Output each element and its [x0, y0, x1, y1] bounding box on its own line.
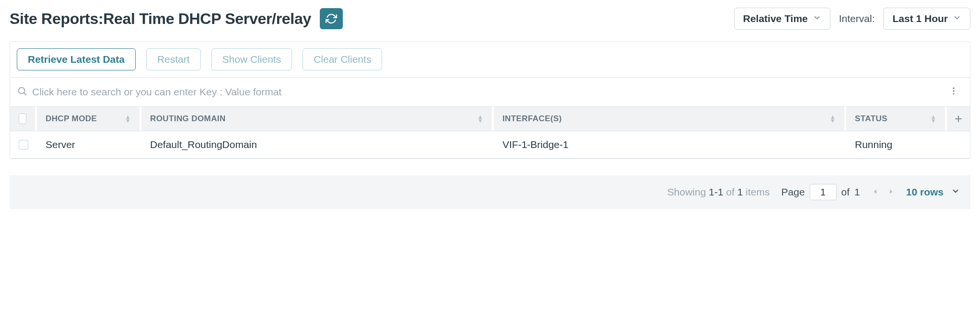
- refresh-icon: [326, 13, 337, 24]
- interval-dropdown[interactable]: Last 1 Hour: [883, 8, 970, 30]
- search-icon: [17, 86, 27, 98]
- show-clients-button[interactable]: Show Clients: [211, 48, 292, 70]
- row-checkbox[interactable]: [19, 140, 28, 149]
- chevron-down-icon: [951, 186, 960, 198]
- restart-button[interactable]: Restart: [146, 48, 201, 70]
- sort-icon: ▲▼: [830, 115, 836, 123]
- items-label: items: [746, 186, 770, 197]
- table-row[interactable]: Server Default_RoutingDomain VIF-1-Bridg…: [10, 131, 970, 159]
- showing-range: 1-1: [709, 186, 723, 197]
- showing-prefix: Showing: [667, 186, 706, 197]
- column-header-status[interactable]: STATUS ▲▼: [846, 107, 947, 131]
- interval-label: Interval:: [839, 13, 875, 24]
- chevron-down-icon: [953, 13, 961, 24]
- column-header-domain[interactable]: ROUTING DOMAIN ▲▼: [141, 107, 494, 131]
- page-title: Site Reports:Real Time DHCP Server/relay: [10, 10, 311, 28]
- of-label: of: [726, 186, 735, 197]
- search-input[interactable]: [32, 86, 944, 98]
- sort-icon: ▲▼: [478, 115, 483, 123]
- time-mode-label: Relative Time: [743, 13, 808, 24]
- column-header-mode[interactable]: DHCP MODE ▲▼: [37, 107, 141, 131]
- sort-icon: ▲▼: [125, 115, 131, 123]
- svg-point-3: [953, 90, 954, 91]
- rows-per-page-dropdown[interactable]: 10 rows: [906, 186, 960, 198]
- more-options-button[interactable]: [944, 82, 963, 102]
- cell-mode: Server: [37, 131, 141, 158]
- interval-value: Last 1 Hour: [892, 13, 948, 24]
- action-bar: Retrieve Latest Data Restart Show Client…: [10, 42, 970, 78]
- cell-domain: Default_RoutingDomain: [141, 131, 494, 158]
- sort-icon: ▲▼: [931, 115, 936, 123]
- next-page-button[interactable]: [887, 186, 895, 198]
- svg-point-4: [953, 93, 954, 94]
- svg-line-1: [24, 93, 26, 95]
- total-items: 1: [737, 186, 743, 197]
- column-header-interface[interactable]: INTERFACE(S) ▲▼: [494, 107, 846, 131]
- retrieve-button[interactable]: Retrieve Latest Data: [17, 48, 136, 70]
- column-label: ROUTING DOMAIN: [150, 114, 226, 124]
- cell-interface: VIF-1-Bridge-1: [494, 131, 846, 158]
- page-label: Page: [782, 186, 805, 198]
- column-label: DHCP MODE: [46, 114, 97, 124]
- total-pages: 1: [854, 186, 860, 198]
- refresh-button[interactable]: [320, 8, 343, 29]
- svg-marker-8: [890, 189, 892, 194]
- rows-label: 10 rows: [906, 186, 944, 198]
- svg-point-0: [19, 88, 25, 94]
- column-label: INTERFACE(S): [502, 114, 562, 124]
- add-column-button[interactable]: [947, 107, 970, 131]
- of-label-2: of: [841, 186, 850, 198]
- page-number-input[interactable]: [810, 184, 837, 200]
- cell-status: Running: [846, 131, 947, 158]
- chevron-down-icon: [813, 13, 821, 24]
- pagination-bar: Showing 1-1 of 1 items Page of 1 10 rows: [10, 175, 970, 209]
- prev-page-button[interactable]: [872, 186, 879, 198]
- svg-point-2: [953, 88, 954, 89]
- clear-clients-button[interactable]: Clear Clients: [303, 48, 382, 70]
- table-header: DHCP MODE ▲▼ ROUTING DOMAIN ▲▼ INTERFACE…: [10, 107, 970, 131]
- select-all-checkbox[interactable]: [19, 114, 26, 124]
- svg-marker-7: [874, 189, 876, 194]
- time-mode-dropdown[interactable]: Relative Time: [734, 8, 830, 30]
- column-label: STATUS: [855, 114, 887, 124]
